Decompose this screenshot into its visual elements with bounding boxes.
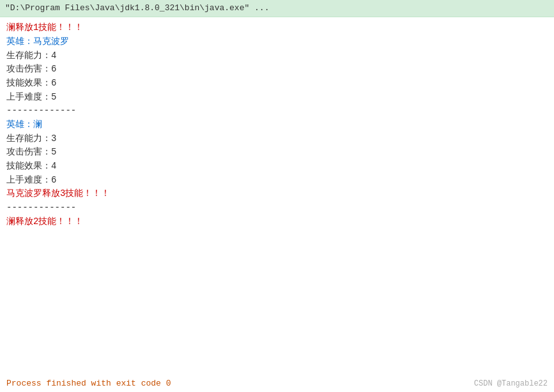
console-line: 英雄：澜 — [6, 118, 548, 132]
console-line: 澜释放1技能！！！ — [6, 21, 548, 35]
console-window: "D:\Program Files\Java\jdk1.8.0_321\bin\… — [0, 0, 554, 392]
console-line: 上手难度：6 — [6, 174, 548, 188]
console-line: 上手难度：5 — [6, 91, 548, 105]
console-line: 攻击伤害：5 — [6, 146, 548, 160]
console-footer: Process finished with exit code 0 CSDN @… — [0, 373, 554, 392]
console-line: 马克波罗释放3技能！！！ — [6, 187, 548, 201]
console-body: 澜释放1技能！！！英雄：马克波罗生存能力：4攻击伤害：6技能效果：6上手难度：5… — [0, 17, 554, 373]
console-line: 技能效果：6 — [6, 77, 548, 91]
console-line: ------------- — [6, 201, 548, 215]
java-path-text: "D:\Program Files\Java\jdk1.8.0_321\bin\… — [5, 3, 269, 13]
console-line: 生存能力：3 — [6, 132, 548, 146]
process-finished-text: Process finished with exit code 0 — [6, 379, 171, 388]
console-line: ------------- — [6, 104, 548, 118]
console-line: 技能效果：4 — [6, 160, 548, 174]
console-line: 生存能力：4 — [6, 49, 548, 63]
console-line: 澜释放2技能！！！ — [6, 215, 548, 229]
console-header: "D:\Program Files\Java\jdk1.8.0_321\bin\… — [0, 0, 554, 17]
watermark-text: CSDN @Tangable22 — [474, 379, 548, 388]
console-line: 英雄：马克波罗 — [6, 35, 548, 49]
console-line: 攻击伤害：6 — [6, 63, 548, 77]
